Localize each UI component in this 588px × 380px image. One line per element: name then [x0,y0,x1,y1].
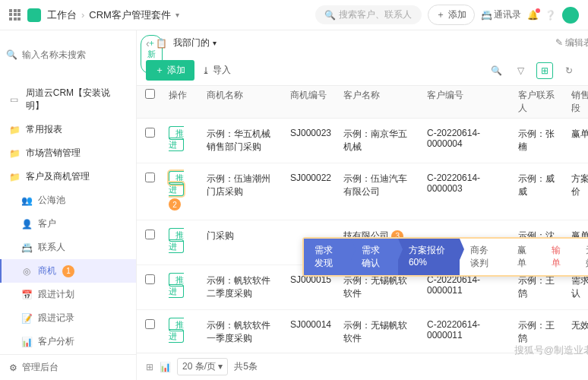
row-checkbox[interactable] [145,230,155,239]
import-button[interactable]: ⤓导入 [202,64,231,77]
plus-icon: ＋ [436,8,445,21]
cell-code: SJ000022 [284,169,337,186]
cell-stage: 无效 [565,316,588,335]
add-button[interactable]: ＋添加 [428,5,475,25]
watermark: 搜狐号@制造业老简 [514,344,588,357]
sidebar-item[interactable]: ◎商机1 [0,259,136,283]
sidebar-item-icon: ▭ [9,94,20,105]
crumb-workspace[interactable]: 工作台 [47,8,77,22]
th-contact: 客户联系人 [512,86,565,118]
sidebar-item[interactable]: 📅跟进计划 [0,283,136,306]
stats-icon[interactable]: 📊 [160,362,171,372]
cell-contact: 示例：张楠 [512,125,565,157]
table-row[interactable]: 推进 示例：华五机械销售部门采购 SJ000023 示例：南京华五机械 C-20… [137,119,588,163]
sidebar-item-label: 跟进记录 [38,312,74,325]
sidebar-item-label: 常用报表 [26,123,62,136]
pipeline-stage[interactable]: 需求发现 [304,239,351,275]
contacts-button[interactable]: 📇通讯录 [481,8,521,21]
bell-icon[interactable]: 🔔 [527,10,539,21]
settings-icon[interactable]: ⊞ [536,62,553,79]
push-button[interactable]: 推进 [169,126,184,151]
sidebar-item-icon: 📝 [21,313,32,324]
refresh-icon[interactable]: ↻ [561,62,577,79]
table-row[interactable]: 推进 门采购 技有限公司 3 示例：沈怡 赢单需求发现需求确认方案报价 60%商… [137,220,588,265]
th-stage: 销售阶段 [565,86,588,118]
apps-icon[interactable] [9,9,21,21]
upload-icon: ⤓ [202,65,210,76]
cell-stage: 方案报价 [565,169,588,201]
page-size-select[interactable]: 20 条/页 ▾ [177,358,228,375]
cell-cust: 示例：无锡帆软软件 [337,316,421,348]
sidebar-item-icon: 👥 [21,195,32,206]
more-icon[interactable]: ⋯ [585,62,588,79]
cell-ccode: C-20220614-0000003 [421,169,512,197]
avatar[interactable] [562,7,579,24]
pipeline-stage[interactable]: 输单 [541,239,575,275]
row-checkbox[interactable] [145,274,155,284]
search-input[interactable]: 🔍 搜索客户、联系人 [315,5,422,24]
sidebar-item[interactable]: 📁客户及商机管理 [0,165,136,188]
cell-code: SJ000023 [284,125,337,141]
cell-ccode: C-20220614-0000011 [421,316,512,344]
sidebar-item-label: 客户 [38,217,56,230]
sidebar-item-label: 客户分析 [38,335,74,348]
sidebar-item[interactable]: 👤客户 [0,212,136,236]
plus-icon: ＋ [155,64,164,77]
pipeline-stage[interactable]: 方案报价 60% [398,239,460,275]
dept-selector[interactable]: 我部门的▾ [173,36,217,49]
push-button[interactable]: 推进 [169,171,184,196]
contacts-icon: 📇 [481,10,492,21]
cell-ccode [421,226,512,233]
filter-icon[interactable]: ▽ [512,62,529,79]
sidebar-item[interactable]: 📇联系人 [0,236,136,259]
crumb-suite[interactable]: CRM客户管理套件 [89,8,171,22]
push-button[interactable]: 推进 [169,273,184,298]
sidebar-item[interactable]: 📁市场营销管理 [0,141,136,165]
row-checkbox[interactable] [145,173,155,182]
cell-name: 示例：伍迪潮州门店采购 [201,169,284,201]
th-cust: 客户名称 [337,86,421,118]
sidebar-item-icon: 📁 [9,172,20,182]
th-code: 商机编号 [284,86,337,118]
admin-backend[interactable]: ⚙管理后台 [0,354,136,380]
help-icon[interactable]: ❔ [545,10,556,21]
view-icon: 📋 [156,38,167,49]
edit-form-button[interactable]: ✎ 编辑表单 [555,36,588,49]
pipeline-stage[interactable]: 商务谈判 [460,239,507,275]
add-row-button[interactable]: ＋添加 [146,60,194,81]
page-total: 共5条 [234,360,258,373]
layout-icon[interactable]: ⊞ [146,362,153,372]
table-row[interactable]: 推进2 示例：伍迪潮州门店采购 SJ000022 示例：伍迪汽车有限公司 C-2… [137,163,588,220]
sidebar-item[interactable]: 👥公海池 [0,188,136,212]
sidebar-item[interactable]: ▭周道云CRM【安装说明】 [0,81,136,118]
pipeline-stage[interactable]: 需求确认 [351,239,398,275]
th-op: 操作 [163,86,201,118]
logo [27,8,41,22]
cell-name: 示例：帆软软件二季度采购 [201,271,284,303]
row-checkbox[interactable] [145,128,155,138]
sidebar-item-icon: 📁 [9,125,20,135]
cell-stage: 赢单 [565,125,588,144]
cell-contact: 示例：威威 [512,169,565,201]
collapse-icon[interactable]: ‹ [146,37,150,49]
sidebar-item-label: 周道云CRM【安装说明】 [26,87,127,112]
sidebar-item-label: 公海池 [38,194,65,207]
breadcrumb[interactable]: 工作台 › CRM客户管理套件 ▾ [47,8,179,22]
search-icon: 🔍 [6,49,17,60]
chevron-down-icon[interactable]: ▾ [175,11,179,19]
select-all-checkbox[interactable] [145,89,155,99]
chevron-down-icon: ▾ [213,39,217,47]
push-button[interactable]: 推进 [169,228,184,253]
sidebar-item[interactable]: 📁常用报表 [0,118,136,141]
row-checkbox[interactable] [145,319,155,329]
cell-name: 示例：帆软软件一季度采购 [201,316,284,348]
sidebar-item-label: 商机 [38,264,56,277]
pipeline-stage[interactable]: 赢单 [507,239,541,275]
sidebar-item[interactable]: 📝跟进记录 [0,306,136,330]
search-placeholder: 搜索客户、联系人 [339,8,412,21]
sidebar-item[interactable]: 📊客户分析 [0,330,136,353]
sidebar-search-input[interactable] [22,49,136,60]
search-table-icon[interactable]: 🔍 [488,62,504,79]
num-badge: 1 [62,265,74,277]
push-button[interactable]: 推进 [169,318,184,343]
